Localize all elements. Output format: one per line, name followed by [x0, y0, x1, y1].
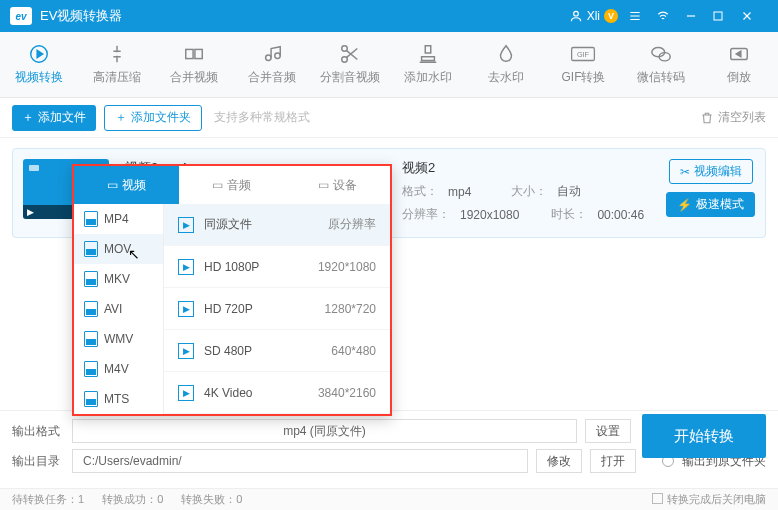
resolution-item[interactable]: ▶4K Video3840*2160 — [164, 372, 390, 414]
minimize-icon[interactable] — [684, 9, 712, 23]
chip-label: 极速模式 — [696, 196, 744, 213]
format-item-mp4[interactable]: MP4 — [74, 204, 163, 234]
tool-label: 分割音视频 — [320, 69, 380, 86]
play-icon: ▶ — [27, 207, 34, 217]
tool-label: 合并音频 — [248, 69, 296, 86]
svg-rect-3 — [186, 49, 193, 58]
output-format-label: 输出格式 — [12, 423, 64, 440]
meta-val: 自动 — [557, 183, 581, 200]
play-square-icon: ▶ — [178, 301, 194, 317]
tool-gif[interactable]: GIF GIF转换 — [545, 32, 623, 97]
trash-icon — [700, 111, 714, 125]
format-item-mkv[interactable]: MKV — [74, 264, 163, 294]
menu-icon[interactable] — [628, 9, 656, 23]
play-square-icon: ▶ — [178, 217, 194, 233]
res-name: 4K Video — [204, 386, 308, 400]
tool-label: 高清压缩 — [93, 69, 141, 86]
play-square-icon: ▶ — [178, 385, 194, 401]
resolution-item[interactable]: ▶SD 480P640*480 — [164, 330, 390, 372]
meta-key: 时长： — [551, 206, 587, 223]
chip-label: 视频编辑 — [694, 163, 742, 180]
close-icon[interactable] — [740, 9, 768, 23]
scissors-icon: ✂ — [680, 165, 690, 179]
res-val: 3840*2160 — [318, 386, 376, 400]
fmt-label: MOV — [104, 242, 131, 256]
file-icon — [84, 361, 98, 377]
file-icon — [84, 391, 98, 407]
res-val: 原分辨率 — [328, 216, 376, 233]
tool-label: 合并视频 — [170, 69, 218, 86]
title-bar: ev EV视频转换器 Xli V — [0, 0, 778, 32]
popup-tab-audio[interactable]: ▭ 音频 — [179, 166, 284, 204]
tab-label: 音频 — [227, 177, 251, 194]
format-item-mts[interactable]: MTS — [74, 384, 163, 414]
resolution-item[interactable]: ▶同源文件原分辨率 — [164, 204, 390, 246]
user-icon — [569, 9, 583, 23]
meta-key: 大小： — [511, 183, 547, 200]
output-dir-change-button[interactable]: 修改 — [536, 449, 582, 473]
user-name: Xli — [587, 9, 600, 23]
file-icon — [84, 271, 98, 287]
meta-val: mp4 — [448, 185, 471, 199]
file-icon — [84, 331, 98, 347]
clear-label: 清空列表 — [718, 109, 766, 126]
tool-video-convert[interactable]: 视频转换 — [0, 32, 78, 97]
clear-list-button[interactable]: 清空列表 — [700, 109, 766, 126]
format-item-m4v[interactable]: M4V — [74, 354, 163, 384]
res-val: 1280*720 — [325, 302, 376, 316]
fmt-label: MP4 — [104, 212, 129, 226]
video-edit-button[interactable]: ✂ 视频编辑 — [669, 159, 753, 184]
tool-remove-watermark[interactable]: 去水印 — [467, 32, 545, 97]
add-folder-button[interactable]: ＋ 添加文件夹 — [104, 105, 202, 131]
file-area: ▶ 视频2.mp4 MOV ▾ 原分辨率 ▾ 帧率 ▾ 静音 — [0, 138, 778, 248]
output-dir-label: 输出目录 — [12, 453, 64, 470]
video-icon: ▭ — [107, 178, 118, 192]
status-bar: 待转换任务：1 转换成功：0 转换失败：0 转换完成后关闭电脑 — [0, 488, 778, 510]
wechat-icon — [649, 43, 673, 65]
reverse-icon — [728, 43, 750, 65]
user-account[interactable]: Xli V — [569, 9, 618, 23]
fast-mode-button[interactable]: ⚡ 极速模式 — [666, 192, 755, 217]
format-hint: 支持多种常规格式 — [214, 109, 310, 126]
tool-merge-video[interactable]: 合并视频 — [156, 32, 234, 97]
tool-wechat[interactable]: 微信转码 — [622, 32, 700, 97]
output-dir-open-button[interactable]: 打开 — [590, 449, 636, 473]
play-square-icon: ▶ — [178, 259, 194, 275]
res-name: HD 1080P — [204, 260, 308, 274]
tool-watermark[interactable]: 添加水印 — [389, 32, 467, 97]
output-bar: 输出格式 mp4 (同原文件) 设置 应用到所有 + 输出目录 C:/Users… — [0, 410, 778, 488]
format-list: MP4 MOV MKV AVI WMV M4V MTS — [74, 204, 164, 414]
popup-tab-video[interactable]: ▭ 视频 — [74, 166, 179, 204]
status-ok-label: 转换成功： — [102, 493, 157, 505]
output-format-settings-button[interactable]: 设置 — [585, 419, 631, 443]
popup-tab-device[interactable]: ▭ 设备 — [285, 166, 390, 204]
tool-label: 微信转码 — [637, 69, 685, 86]
start-convert-button[interactable]: 开始转换 — [642, 414, 766, 458]
tool-reverse[interactable]: 倒放 — [700, 32, 778, 97]
tool-label: 添加水印 — [404, 69, 452, 86]
format-item-wmv[interactable]: WMV — [74, 324, 163, 354]
tool-merge-audio[interactable]: 合并音频 — [233, 32, 311, 97]
meta-key: 分辨率： — [402, 206, 450, 223]
wifi-icon[interactable] — [656, 9, 684, 23]
resolution-item[interactable]: ▶HD 720P1280*720 — [164, 288, 390, 330]
shutdown-checkbox[interactable]: 转换完成后关闭电脑 — [652, 492, 766, 507]
add-file-button[interactable]: ＋ 添加文件 — [12, 105, 96, 131]
output-dir-value[interactable]: C:/Users/evadmin/ — [72, 449, 528, 473]
tool-label: 视频转换 — [15, 69, 63, 86]
format-item-avi[interactable]: AVI — [74, 294, 163, 324]
maximize-icon[interactable] — [712, 10, 740, 22]
resolution-list: ▶同源文件原分辨率 ▶HD 1080P1920*1080 ▶HD 720P128… — [164, 204, 390, 414]
resolution-item[interactable]: ▶HD 1080P1920*1080 — [164, 246, 390, 288]
fmt-label: MKV — [104, 272, 130, 286]
res-name: SD 480P — [204, 344, 321, 358]
action-bar: ＋ 添加文件 ＋ 添加文件夹 支持多种常规格式 清空列表 — [0, 98, 778, 138]
output-format-value[interactable]: mp4 (同原文件) — [72, 419, 577, 443]
app-logo-icon: ev — [10, 7, 32, 25]
tool-hd-compress[interactable]: 高清压缩 — [78, 32, 156, 97]
format-item-mov[interactable]: MOV — [74, 234, 163, 264]
res-name: HD 720P — [204, 302, 315, 316]
tool-split[interactable]: 分割音视频 — [311, 32, 389, 97]
droplet-icon — [495, 43, 517, 65]
tool-label: GIF转换 — [561, 69, 605, 86]
